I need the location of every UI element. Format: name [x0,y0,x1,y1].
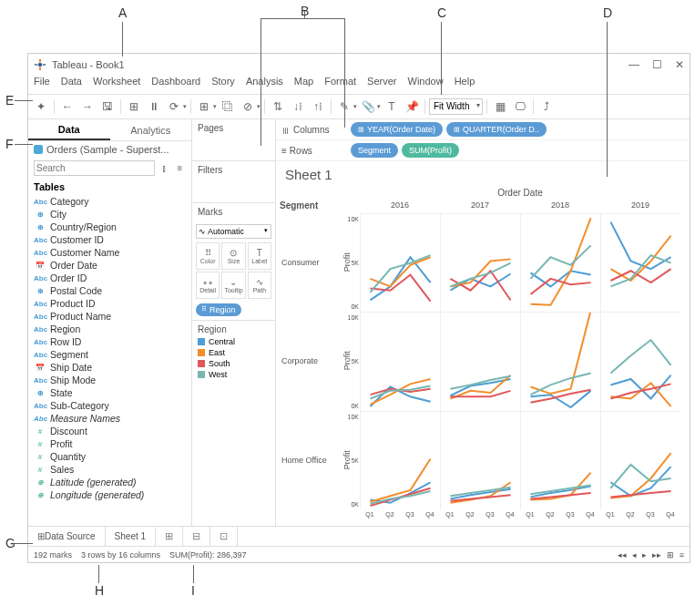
field-latitude-generated-[interactable]: ⊕Latitude (generated) [28,476,191,488]
tableau-icon[interactable]: ✦ [32,98,50,116]
marks-type-select[interactable]: ∿ Automatic [196,224,271,239]
search-input[interactable] [34,160,155,176]
fit-select[interactable]: Fit Width [429,98,483,115]
field-segment[interactable]: AbcSegment [28,348,191,361]
field-ship-date[interactable]: 📅Ship Date [28,361,191,374]
chart-cell[interactable] [440,312,520,410]
datasource-row[interactable]: Orders (Sample - Superst... [28,141,191,158]
view-cards-icon[interactable]: ⊞ [667,550,674,560]
sheet1-tab[interactable]: Sheet 1 [106,527,156,546]
field-order-id[interactable]: AbcOrder ID [28,272,191,284]
view-list-icon[interactable]: ≡ [680,550,684,560]
field-order-date[interactable]: 📅Order Date [28,259,191,272]
new-datasource-button[interactable]: ⊞ [125,98,143,116]
field-customer-name[interactable]: AbcCustomer Name [28,246,191,259]
pages-shelf[interactable]: Pages [192,119,275,137]
refresh-button[interactable]: ⟳ [165,98,183,116]
nav-last-icon[interactable]: ▸▸ [652,550,661,560]
field-state[interactable]: ⊕State [28,386,191,399]
field-row-id[interactable]: AbcRow ID [28,335,191,348]
labels-button[interactable]: T [383,98,401,116]
mark-detail[interactable]: ∘∘Detail [196,272,220,299]
pill-sum-profit-[interactable]: SUM(Profit) [402,143,459,158]
menu-dashboard[interactable]: Dashboard [151,76,200,94]
fields-menu-button[interactable]: ≡ [174,162,186,175]
menu-server[interactable]: Server [367,76,396,94]
field-product-id[interactable]: AbcProduct ID [28,297,191,310]
analytics-tab[interactable]: Analytics [110,119,192,140]
data-tab[interactable]: Data [28,119,110,140]
minimize-button[interactable]: — [629,58,639,71]
field-customer-id[interactable]: AbcCustomer ID [28,233,191,246]
chart-cell[interactable] [520,411,600,509]
field-measure-names[interactable]: AbcMeasure Names [28,412,191,425]
pill-segment[interactable]: Segment [351,143,398,158]
mark-tooltip[interactable]: ⌄Tooltip [221,272,245,299]
chart-cell[interactable] [600,312,680,410]
swap-button[interactable]: ⇅ [269,98,287,116]
chart-cell[interactable] [600,411,680,509]
chart-cell[interactable]: 10K5K0K [360,213,440,312]
field-longitude-generated-[interactable]: ⊕Longitude (generated) [28,488,191,501]
clear-button[interactable]: ⊘ [239,98,257,116]
save-button[interactable]: 🖫 [98,98,117,116]
new-story-tab[interactable]: ⊡ [210,527,238,546]
sheet-title[interactable]: Sheet 1 [276,161,690,188]
sort-desc-button[interactable]: ↑⁞ [309,98,327,116]
chart-cell[interactable] [520,312,600,410]
menu-story[interactable]: Story [211,76,235,94]
filter-fields-button[interactable]: ⫿ [158,162,170,175]
show-me-button[interactable]: ▦ [491,98,509,116]
forward-button[interactable]: → [78,98,97,116]
maximize-button[interactable]: ☐ [652,58,662,71]
legend-item-south[interactable]: South [198,358,270,369]
field-profit[interactable]: #Profit [28,437,191,450]
sort-asc-button[interactable]: ↓⁞ [289,98,307,116]
legend-item-east[interactable]: East [198,347,270,358]
color-pill-region[interactable]: ⠿Region [196,303,241,316]
chart-cell[interactable] [520,213,600,312]
back-button[interactable]: ← [58,98,77,116]
mark-size[interactable]: ⊙Size [221,242,245,270]
pill-year-order-date-[interactable]: ⊞YEAR(Order Date) [351,122,443,137]
field-quantity[interactable]: #Quantity [28,450,191,463]
nav-first-icon[interactable]: ◂◂ [618,550,627,560]
field-region[interactable]: AbcRegion [28,323,191,335]
mark-color[interactable]: ⠿Color [196,242,220,270]
menu-file[interactable]: File [34,76,50,94]
field-category[interactable]: AbcCategory [28,195,191,208]
menu-map[interactable]: Map [294,76,313,94]
field-discount[interactable]: #Discount [28,425,191,437]
nav-next-icon[interactable]: ▸ [642,550,647,560]
chart-cell[interactable]: 10K5K0K [360,411,440,509]
filters-shelf[interactable]: Filters [192,161,275,179]
new-worksheet-tab[interactable]: ⊞ [156,527,183,546]
pause-updates-button[interactable]: ⏸ [145,98,163,116]
menu-worksheet[interactable]: Worksheet [93,76,140,94]
chart-cell[interactable] [440,213,520,312]
chart[interactable]: Order DateSegment2016201720182019Consume… [280,188,680,526]
mark-label[interactable]: TLabel [248,242,271,270]
share-button[interactable]: ⤴ [537,98,556,116]
nav-prev-icon[interactable]: ◂ [632,550,637,560]
field-country-region[interactable]: ⊕Country/Region [28,221,191,233]
close-button[interactable]: ✕ [675,58,684,71]
legend-item-west[interactable]: West [198,369,270,380]
legend-item-central[interactable]: Central [198,336,270,347]
pin-button[interactable]: 📌 [403,98,421,116]
menu-window[interactable]: Window [408,76,444,94]
new-worksheet-button[interactable]: ⊞ [195,98,213,116]
new-dashboard-tab[interactable]: ⊟ [183,527,210,546]
group-button[interactable]: 📎 [359,98,377,116]
chart-cell[interactable] [440,411,520,509]
presentation-button[interactable]: 🖵 [511,98,529,116]
menu-help[interactable]: Help [455,76,475,94]
menu-format[interactable]: Format [324,76,356,94]
pill-quarter-order-d-[interactable]: ⊞QUARTER(Order D.. [446,122,547,137]
menu-data[interactable]: Data [61,76,82,94]
field-city[interactable]: ⊕City [28,208,191,221]
mark-path[interactable]: ∿Path [248,272,271,299]
data-source-tab[interactable]: ⊞ Data Source [28,527,106,546]
field-postal-code[interactable]: ⊕Postal Code [28,284,191,297]
menu-analysis[interactable]: Analysis [246,76,283,94]
